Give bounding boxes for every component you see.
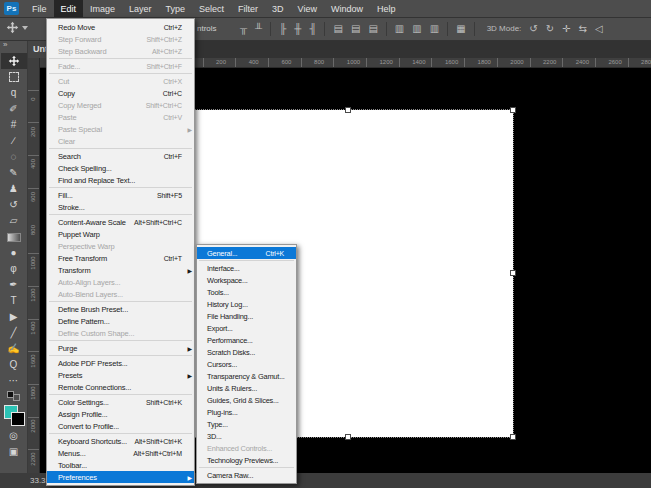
menubar-item-layer[interactable]: Layer (122, 0, 159, 17)
menubar-item-window[interactable]: Window (324, 0, 370, 17)
menubar-item-view[interactable]: View (291, 0, 324, 17)
distribute-horizontal-centers-icon[interactable]: ▥ (412, 24, 421, 34)
menu-item-perspective-warp[interactable]: Perspective Warp (47, 240, 194, 252)
menu-item-step-backward[interactable]: Step BackwardAlt+Ctrl+Z (47, 45, 194, 57)
menu-item-enhanced-controls[interactable]: Enhanced Controls... (197, 442, 296, 454)
edit-toolbar-ellipsis-icon[interactable]: ⋯ (1, 373, 27, 389)
menu-item-3d[interactable]: 3D... (197, 430, 296, 442)
menu-item-copy[interactable]: CopyCtrl+C (47, 87, 194, 99)
menu-item-auto-align-layers[interactable]: Auto-Align Layers... (47, 276, 194, 288)
menu-item-plug-ins[interactable]: Plug-ins... (197, 406, 296, 418)
menu-item-free-transform[interactable]: Free TransformCtrl+T (47, 252, 194, 264)
menu-item-define-brush-preset[interactable]: Define Brush Preset... (47, 303, 194, 315)
align-right-edges-icon[interactable]: ╢ (309, 24, 316, 34)
menu-item-stroke[interactable]: Stroke... (47, 201, 194, 213)
menu-item-general[interactable]: General...Ctrl+K (197, 247, 296, 259)
dodge-tool-icon[interactable]: φ (1, 261, 27, 277)
menu-item-file-handling[interactable]: File Handling... (197, 310, 296, 322)
vertical-ruler[interactable]: 0200400600800100012001400160018002000220… (28, 58, 40, 473)
menu-item-scratch-disks[interactable]: Scratch Disks... (197, 346, 296, 358)
align-left-edges-icon[interactable]: ╟ (279, 24, 286, 34)
menu-item-define-custom-shape[interactable]: Define Custom Shape... (47, 327, 194, 339)
menu-item-presets[interactable]: Presets▶ (47, 369, 194, 381)
menu-item-toolbar[interactable]: Toolbar... (47, 459, 194, 471)
menu-item-fill[interactable]: Fill...Shift+F5 (47, 189, 194, 201)
menubar-item-select[interactable]: Select (192, 0, 231, 17)
toolbar-expand-chevron[interactable]: » (0, 40, 27, 53)
menu-item-define-pattern[interactable]: Define Pattern... (47, 315, 194, 327)
quick-selection-tool-icon[interactable]: ✐ (1, 101, 27, 117)
menu-item-adobe-pdf-presets[interactable]: Adobe PDF Presets... (47, 357, 194, 369)
slide-3d-camera-icon[interactable]: ⇆ (579, 24, 587, 34)
roll-3d-camera-icon[interactable]: ↻ (546, 24, 554, 34)
blur-tool-icon[interactable]: ● (1, 245, 27, 261)
drag-3d-camera-icon[interactable]: ✛ (562, 24, 570, 34)
line-tool-icon[interactable]: ╱ (1, 325, 27, 341)
spot-healing-brush-tool-icon[interactable]: ◌ (1, 149, 27, 165)
menu-item-workspace[interactable]: Workspace... (197, 274, 296, 286)
default-colors-icon[interactable] (6, 391, 22, 400)
lasso-tool-icon[interactable]: q (1, 85, 27, 101)
brush-tool-icon[interactable]: ✎ (1, 165, 27, 181)
menu-item-performance[interactable]: Performance... (197, 334, 296, 346)
menu-item-history-log[interactable]: History Log... (197, 298, 296, 310)
menubar-item-help[interactable]: Help (370, 0, 403, 17)
distribute-top-edges-icon[interactable]: ▤ (333, 24, 342, 34)
background-color-swatch[interactable] (11, 412, 25, 426)
menu-item-remote-connections[interactable]: Remote Connections... (47, 381, 194, 393)
menubar-item-image[interactable]: Image (83, 0, 122, 17)
orbit-3d-camera-icon[interactable]: ↺ (529, 24, 537, 34)
gradient-tool-icon[interactable] (1, 229, 27, 245)
zoom-3d-camera-icon[interactable]: ◁ (595, 24, 603, 34)
menu-item-color-settings[interactable]: Color Settings...Shift+Ctrl+K (47, 396, 194, 408)
show-transform-controls-label-partial[interactable]: ntrols (197, 24, 217, 33)
menubar-item-file[interactable]: File (25, 0, 54, 17)
zoom-tool-icon[interactable]: Q (1, 357, 27, 373)
menu-item-puppet-warp[interactable]: Puppet Warp (47, 228, 194, 240)
distribute-left-edges-icon[interactable]: ▥ (395, 24, 404, 34)
hand-tool-icon[interactable]: ✍ (1, 341, 27, 357)
menu-item-purge[interactable]: Purge▶ (47, 342, 194, 354)
align-top-edges-icon[interactable]: ╥ (240, 24, 247, 34)
distribute-bottom-edges-icon[interactable]: ▤ (368, 24, 377, 34)
menu-item-check-spelling[interactable]: Check Spelling... (47, 162, 194, 174)
align-bottom-edges-icon[interactable]: ╨ (255, 24, 262, 34)
menu-item-keyboard-shortcuts[interactable]: Keyboard Shortcuts...Alt+Shift+Ctrl+K (47, 435, 194, 447)
menu-item-step-forward[interactable]: Step ForwardShift+Ctrl+Z (47, 33, 194, 45)
menu-item-menus[interactable]: Menus...Alt+Shift+Ctrl+M (47, 447, 194, 459)
menu-item-cut[interactable]: CutCtrl+X (47, 75, 194, 87)
menu-item-cursors[interactable]: Cursors... (197, 358, 296, 370)
menu-item-clear[interactable]: Clear (47, 135, 194, 147)
distribute-right-edges-icon[interactable]: ▥ (430, 24, 439, 34)
move-tool-icon[interactable] (1, 53, 27, 69)
rectangular-marquee-tool-icon[interactable] (1, 69, 27, 85)
transform-handle-middle-right[interactable] (510, 270, 516, 276)
menu-item-convert-to-profile[interactable]: Convert to Profile... (47, 420, 194, 432)
align-horizontal-centers-icon[interactable]: ╫ (294, 24, 301, 34)
menu-item-camera-raw[interactable]: Camera Raw... (197, 469, 296, 481)
menubar-item-3d[interactable]: 3D (265, 0, 291, 17)
menu-item-transform[interactable]: Transform▶ (47, 264, 194, 276)
crop-tool-icon[interactable]: # (1, 117, 27, 133)
tool-preset-move[interactable] (6, 21, 28, 34)
menu-item-search[interactable]: SearchCtrl+F (47, 150, 194, 162)
type-tool-icon[interactable]: T (1, 293, 27, 309)
menu-item-preferences[interactable]: Preferences▶ (47, 471, 194, 483)
screen-mode-button[interactable]: ▣ (1, 444, 27, 460)
menubar-item-edit[interactable]: Edit (54, 0, 84, 17)
menu-item-copy-merged[interactable]: Copy MergedShift+Ctrl+C (47, 99, 194, 111)
transform-handle-top-center[interactable] (345, 107, 351, 113)
menu-item-auto-blend-layers[interactable]: Auto-Blend Layers... (47, 288, 194, 300)
menubar-item-filter[interactable]: Filter (231, 0, 265, 17)
menu-item-redo-move[interactable]: Redo MoveCtrl+Z (47, 21, 194, 33)
menu-item-tools[interactable]: Tools... (197, 286, 296, 298)
history-brush-tool-icon[interactable]: ↺ (1, 197, 27, 213)
menu-item-type[interactable]: Type... (197, 418, 296, 430)
menu-item-fade[interactable]: Fade...Shift+Ctrl+F (47, 60, 194, 72)
menu-item-transparency-gamut[interactable]: Transparency & Gamut... (197, 370, 296, 382)
menu-item-technology-previews[interactable]: Technology Previews... (197, 454, 296, 466)
distribute-vertical-centers-icon[interactable]: ▤ (351, 24, 360, 34)
menu-item-find-and-replace-text[interactable]: Find and Replace Text... (47, 174, 194, 186)
menu-item-units-rulers[interactable]: Units & Rulers... (197, 382, 296, 394)
clone-stamp-tool-icon[interactable]: ♟ (1, 181, 27, 197)
